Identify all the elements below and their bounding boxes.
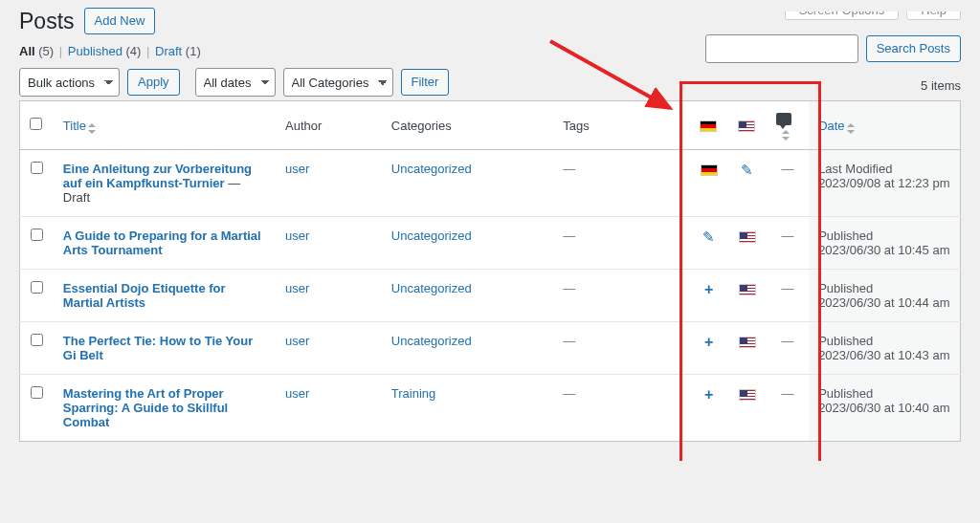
- pencil-icon[interactable]: ✎: [702, 229, 715, 245]
- col-tags: Tags: [553, 101, 689, 150]
- row-checkbox[interactable]: [31, 281, 43, 294]
- post-title-link[interactable]: A Guide to Preparing for a Martial Arts …: [63, 229, 261, 257]
- row-checkbox[interactable]: [31, 162, 43, 174]
- col-title[interactable]: Title: [63, 119, 98, 133]
- author-link[interactable]: user: [285, 334, 309, 348]
- category-filter-select[interactable]: All Categories: [283, 68, 393, 97]
- author-link[interactable]: user: [285, 162, 309, 176]
- plus-icon[interactable]: +: [704, 334, 713, 350]
- comments-value: —: [781, 229, 793, 243]
- comments-value: —: [781, 162, 793, 176]
- date-status: Published: [818, 386, 873, 401]
- screen-options-button[interactable]: Screen Options: [785, 0, 900, 20]
- filter-all[interactable]: All: [19, 44, 35, 58]
- category-link[interactable]: Uncategorized: [391, 162, 472, 176]
- date-value: 2023/06/30 at 10:43 am: [818, 348, 949, 362]
- pencil-icon[interactable]: ✎: [741, 162, 753, 178]
- bulk-actions-select[interactable]: Bulk actions: [19, 68, 120, 97]
- author-link[interactable]: user: [285, 281, 309, 295]
- post-title-link[interactable]: The Perfect Tie: How to Tie Your Gi Belt: [63, 334, 253, 362]
- table-row: Mastering the Art of Proper Sparring: A …: [20, 375, 961, 442]
- date-value: 2023/09/08 at 12:23 pm: [818, 176, 949, 190]
- us-flag-icon[interactable]: [739, 389, 756, 401]
- comments-value: —: [781, 281, 793, 295]
- table-row: Eine Anleitung zur Vorbereitung auf ein …: [20, 150, 961, 217]
- comments-value: —: [781, 386, 793, 401]
- row-checkbox[interactable]: [31, 229, 43, 241]
- col-date[interactable]: Date: [818, 119, 856, 133]
- col-lang-de[interactable]: [690, 101, 728, 150]
- post-title-link[interactable]: Mastering the Art of Proper Sparring: A …: [63, 386, 228, 429]
- plus-icon[interactable]: +: [704, 386, 713, 403]
- col-lang-us[interactable]: [728, 101, 767, 150]
- tags-value: —: [563, 229, 575, 243]
- us-flag-icon[interactable]: [739, 337, 756, 348]
- items-count: 5 items: [921, 78, 961, 97]
- german-flag-icon: [700, 120, 717, 132]
- us-flag-icon: [738, 120, 755, 132]
- search-button[interactable]: Search Posts: [866, 35, 961, 62]
- category-link[interactable]: Uncategorized: [391, 334, 472, 348]
- filter-button[interactable]: Filter: [401, 69, 450, 96]
- date-status: Published: [818, 281, 873, 295]
- table-row: A Guide to Preparing for a Martial Arts …: [20, 217, 961, 270]
- date-value: 2023/06/30 at 10:45 am: [818, 243, 949, 257]
- comment-icon: [776, 113, 791, 125]
- help-button[interactable]: Help: [906, 0, 961, 20]
- apply-button[interactable]: Apply: [127, 69, 180, 96]
- select-all-checkbox[interactable]: [30, 118, 42, 130]
- author-link[interactable]: user: [285, 386, 309, 401]
- us-flag-icon[interactable]: [739, 231, 756, 243]
- post-title-link[interactable]: Eine Anleitung zur Vorbereitung auf ein …: [63, 162, 252, 190]
- search-input[interactable]: [705, 34, 858, 63]
- german-flag-icon[interactable]: [701, 164, 718, 176]
- date-value: 2023/06/30 at 10:40 am: [818, 401, 949, 415]
- plus-icon[interactable]: +: [704, 281, 713, 297]
- table-row: The Perfect Tie: How to Tie Your Gi Belt…: [20, 322, 961, 375]
- category-link[interactable]: Uncategorized: [391, 281, 472, 295]
- post-title-link[interactable]: Essential Dojo Etiquette for Martial Art…: [63, 281, 226, 310]
- col-categories: Categories: [382, 101, 553, 150]
- comments-value: —: [781, 334, 793, 348]
- tags-value: —: [563, 386, 575, 401]
- date-value: 2023/06/30 at 10:44 am: [818, 295, 949, 310]
- date-filter-select[interactable]: All dates: [195, 68, 276, 97]
- tags-value: —: [563, 281, 575, 295]
- filter-draft[interactable]: Draft: [155, 44, 182, 58]
- page-title: Posts: [19, 9, 75, 34]
- tags-value: —: [563, 162, 575, 176]
- table-row: Essential Dojo Etiquette for Martial Art…: [20, 270, 961, 322]
- tags-value: —: [563, 334, 575, 348]
- row-checkbox[interactable]: [31, 334, 43, 346]
- date-status: Last Modified: [818, 162, 892, 176]
- category-link[interactable]: Training: [391, 386, 435, 401]
- category-link[interactable]: Uncategorized: [391, 229, 472, 243]
- date-status: Published: [818, 229, 873, 243]
- add-new-button[interactable]: Add New: [84, 8, 156, 34]
- date-status: Published: [818, 334, 873, 348]
- col-author: Author: [276, 101, 382, 150]
- us-flag-icon[interactable]: [739, 284, 756, 295]
- row-checkbox[interactable]: [31, 386, 43, 399]
- col-comments[interactable]: [767, 101, 809, 150]
- filter-published[interactable]: Published: [68, 44, 122, 58]
- author-link[interactable]: user: [285, 229, 309, 243]
